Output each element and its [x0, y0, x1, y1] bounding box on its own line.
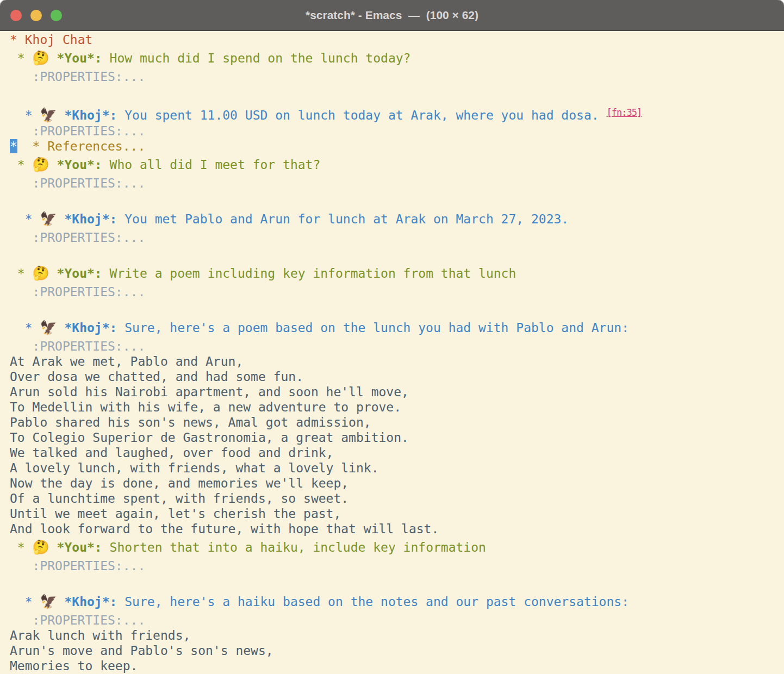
body-text: To Medellin with his wife, a new adventu… — [10, 400, 401, 414]
org-star: * — [10, 212, 40, 226]
khoj-speaker-label: *Khoj*: — [64, 595, 117, 609]
message-body-line: Until we meet again, let's cherish the p… — [10, 506, 784, 521]
message-body-line: Over dosa we chatted, and had some fun. — [10, 369, 784, 384]
blank-line — [10, 299, 784, 317]
close-button[interactable] — [10, 10, 22, 21]
org-star: * — [10, 540, 33, 554]
khoj-speaker-label: *Khoj*: — [64, 321, 117, 335]
body-text: Memories to keep. — [10, 659, 138, 673]
properties-drawer-text: :PROPERTIES:... — [10, 70, 145, 84]
eagle-icon: 🦅 — [40, 211, 57, 227]
properties-drawer[interactable]: :PROPERTIES:... — [10, 176, 784, 191]
chat-message-user[interactable]: * 🤔 *You*: How much did I spend on the l… — [10, 47, 784, 69]
org-star: * — [10, 108, 40, 122]
user-speaker-label: *You*: — [57, 158, 102, 172]
properties-drawer[interactable]: :PROPERTIES:... — [10, 558, 784, 573]
body-text: Of a lunchtime spent, with friends, so s… — [10, 491, 349, 506]
body-text: At Arak we met, Pablo and Arun, — [10, 354, 243, 369]
user-speaker-label: *You*: — [57, 540, 102, 554]
properties-drawer[interactable]: :PROPERTIES:... — [10, 230, 784, 245]
chat-message-khoj[interactable]: * 🦅 *Khoj*: Sure, here's a poem based on… — [10, 317, 784, 339]
khoj-message-text: You met Pablo and Arun for lunch at Arak… — [117, 212, 569, 226]
blank-line — [10, 573, 784, 591]
chat-message-user[interactable]: * 🤔 *You*: Write a poem including key in… — [10, 263, 784, 284]
message-body-line: To Colegio Superior de Gastronomia, a gr… — [10, 430, 784, 445]
message-body-line: And look forward to the future, with hop… — [10, 521, 784, 536]
org-heading-chat-title[interactable]: * Khoj Chat — [10, 32, 784, 47]
body-text: Now the day is done, and memories we'll … — [10, 476, 349, 490]
chat-message-khoj[interactable]: * 🦅 *Khoj*: You met Pablo and Arun for l… — [10, 208, 784, 230]
org-star: * — [10, 33, 25, 47]
body-text: To Colegio Superior de Gastronomia, a gr… — [10, 430, 409, 445]
message-body-line: Arak lunch with friends, — [10, 628, 784, 643]
body-text: Over dosa we chatted, and had some fun. — [10, 370, 303, 384]
message-body-line: We talked and laughed, over food and dri… — [10, 445, 784, 460]
chat-message-khoj[interactable]: * 🦅 *Khoj*: You spent 11.00 USD on lunch… — [10, 102, 784, 123]
message-body-line: A lovely lunch, with friends, what a lov… — [10, 460, 784, 476]
thinking-face-icon: 🤔 — [33, 157, 49, 172]
cursor-on-org-star: * — [10, 139, 17, 153]
thinking-face-icon: 🤔 — [33, 265, 49, 281]
user-message-text: Write a poem including key information f… — [102, 266, 517, 280]
properties-drawer[interactable]: :PROPERTIES:... — [10, 613, 784, 628]
body-text: Until we meet again, let's cherish the p… — [10, 507, 341, 521]
properties-drawer[interactable]: :PROPERTIES:... — [10, 339, 784, 354]
khoj-message-text: Sure, here's a haiku based on the notes … — [117, 595, 629, 609]
khoj-speaker-label: *Khoj*: — [64, 212, 117, 226]
message-body-line: At Arak we met, Pablo and Arun, — [10, 354, 784, 369]
blank-line — [10, 245, 784, 263]
properties-drawer[interactable]: :PROPERTIES:... — [10, 284, 784, 299]
body-text: Arun's move and Pablo's son's news, — [10, 644, 273, 658]
body-text: And look forward to the future, with hop… — [10, 522, 439, 536]
properties-drawer-text: :PROPERTIES:... — [10, 124, 145, 138]
user-message-text: Shorten that into a haiku, include key i… — [102, 540, 486, 554]
traffic-lights — [10, 0, 62, 30]
properties-drawer-text: :PROPERTIES:... — [10, 230, 145, 245]
message-body-line: Arun's move and Pablo's son's news, — [10, 643, 784, 658]
references-heading[interactable]: * * References... — [10, 139, 784, 154]
user-speaker-label: *You*: — [57, 51, 102, 65]
body-text: A lovely lunch, with friends, what a lov… — [10, 461, 379, 475]
emacs-window: *scratch* - Emacs — (100 × 62) * Khoj Ch… — [0, 0, 784, 674]
body-text: We talked and laughed, over food and dri… — [10, 446, 333, 460]
user-message-text: How much did I spend on the lunch today? — [102, 51, 411, 65]
khoj-message-text: Sure, here's a poem based on the lunch y… — [117, 321, 629, 335]
user-message-text: Who all did I meet for that? — [102, 158, 321, 172]
blank-line — [10, 191, 784, 208]
scratch-buffer[interactable]: * Khoj Chat * 🤔 *You*: How much did I sp… — [0, 31, 784, 673]
chat-message-khoj[interactable]: * 🦅 *Khoj*: Sure, here's a haiku based o… — [10, 591, 784, 613]
org-star: * — [10, 158, 33, 172]
eagle-icon: 🦅 — [40, 594, 57, 609]
minimize-button[interactable] — [30, 10, 42, 21]
chat-title-text: Khoj Chat — [25, 33, 93, 47]
message-body-line: Memories to keep. — [10, 658, 784, 673]
footnote-link[interactable]: [fn:35] — [606, 107, 642, 118]
references-text: References... — [47, 139, 145, 153]
properties-drawer[interactable]: :PROPERTIES:... — [10, 123, 784, 139]
window-titlebar[interactable]: *scratch* - Emacs — (100 × 62) — [0, 0, 784, 31]
thinking-face-icon: 🤔 — [33, 539, 49, 555]
message-body-line: To Medellin with his wife, a new adventu… — [10, 400, 784, 415]
body-text: Arak lunch with friends, — [10, 628, 190, 642]
org-star: * — [10, 266, 33, 280]
properties-drawer-text: :PROPERTIES:... — [10, 339, 145, 353]
thinking-face-icon: 🤔 — [33, 50, 49, 66]
properties-drawer-text: :PROPERTIES:... — [10, 613, 145, 627]
org-star: * — [10, 321, 40, 335]
message-body-line: Now the day is done, and memories we'll … — [10, 476, 784, 491]
body-text: Pablo shared his son's news, Amal got ad… — [10, 415, 371, 429]
chat-message-user[interactable]: * 🤔 *You*: Who all did I meet for that? — [10, 154, 784, 176]
org-star: * — [10, 595, 40, 609]
eagle-icon: 🦅 — [40, 107, 57, 123]
blank-line — [10, 84, 784, 102]
org-star: * — [10, 51, 33, 65]
khoj-speaker-label: *Khoj*: — [64, 108, 117, 122]
properties-drawer-text: :PROPERTIES:... — [10, 176, 145, 190]
zoom-button[interactable] — [51, 10, 62, 21]
chat-message-user[interactable]: * 🤔 *You*: Shorten that into a haiku, in… — [10, 536, 784, 558]
properties-drawer[interactable]: :PROPERTIES:... — [10, 69, 784, 84]
properties-drawer-text: :PROPERTIES:... — [10, 285, 145, 299]
user-speaker-label: *You*: — [57, 266, 102, 280]
org-star: * — [17, 139, 47, 153]
window-title: *scratch* - Emacs — (100 × 62) — [306, 9, 478, 22]
